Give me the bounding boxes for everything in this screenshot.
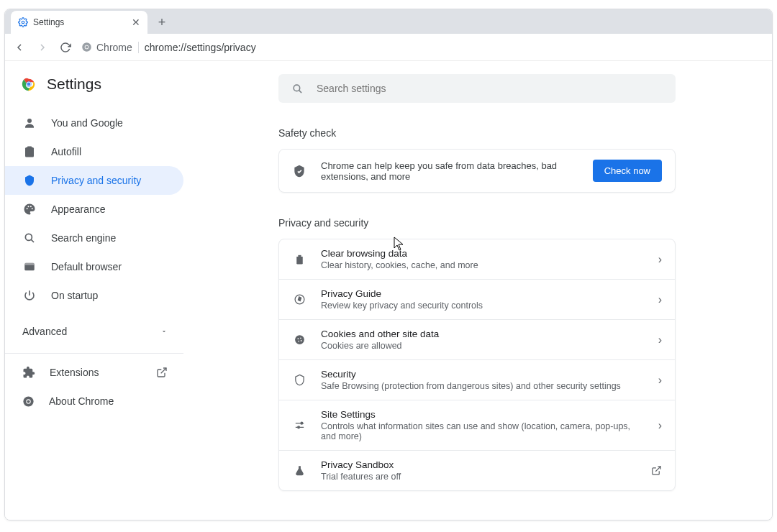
cookie-icon bbox=[292, 334, 306, 346]
chrome-icon bbox=[21, 76, 37, 92]
sidebar-item-you-and-google[interactable]: You and Google bbox=[5, 109, 183, 137]
forward-button[interactable] bbox=[32, 37, 53, 58]
puzzle-icon bbox=[22, 366, 35, 379]
flask-icon bbox=[292, 464, 306, 477]
row-title: Privacy Guide bbox=[321, 288, 644, 299]
sidebar-item-label: Appearance bbox=[51, 203, 106, 215]
reload-button[interactable] bbox=[55, 37, 76, 58]
sidebar-divider bbox=[5, 353, 183, 354]
sidebar-item-on-startup[interactable]: On startup bbox=[5, 281, 183, 310]
advanced-label: Advanced bbox=[22, 326, 67, 337]
svg-point-9 bbox=[27, 208, 28, 209]
svg-point-19 bbox=[294, 85, 300, 91]
chevron-right-icon: › bbox=[658, 334, 662, 347]
row-subtitle: Clear history, cookies, cache, and more bbox=[321, 260, 644, 270]
new-tab-button[interactable]: + bbox=[152, 12, 172, 32]
sidebar-item-label: Privacy and security bbox=[51, 175, 141, 186]
chrome-mono-icon bbox=[22, 395, 35, 408]
tab-close-icon[interactable]: ✕ bbox=[132, 17, 140, 27]
svg-point-11 bbox=[30, 206, 32, 207]
sidebar-item-privacy-security[interactable]: Privacy and security bbox=[5, 166, 183, 195]
sidebar-advanced-toggle[interactable]: Advanced bbox=[5, 314, 183, 349]
sidebar-item-label: Autofill bbox=[51, 146, 81, 157]
power-icon bbox=[22, 289, 37, 302]
row-site-settings[interactable]: Site SettingsControls what information s… bbox=[279, 400, 675, 450]
trash-icon bbox=[292, 253, 306, 265]
svg-point-18 bbox=[27, 400, 29, 403]
page-content: Settings You and Google Autofill Privacy… bbox=[5, 61, 772, 520]
toolbar: Chrome chrome://settings/privacy bbox=[5, 34, 772, 61]
search-icon bbox=[22, 231, 37, 244]
privacy-heading: Privacy and security bbox=[278, 217, 686, 229]
chevron-right-icon: › bbox=[658, 419, 662, 432]
row-title: Site Settings bbox=[321, 409, 644, 420]
sidebar-item-label: Search engine bbox=[51, 232, 116, 244]
clipboard-icon bbox=[22, 145, 37, 158]
svg-point-10 bbox=[28, 206, 29, 207]
svg-point-0 bbox=[22, 21, 24, 24]
browser-window: Settings ✕ + Chrome chrome://settings/pr… bbox=[4, 9, 773, 520]
privacy-card: Clear browsing dataClear history, cookie… bbox=[278, 239, 676, 491]
chevron-right-icon: › bbox=[658, 293, 662, 306]
chevron-right-icon: › bbox=[658, 253, 662, 266]
svg-point-26 bbox=[300, 422, 302, 424]
sidebar: Settings You and Google Autofill Privacy… bbox=[5, 61, 183, 520]
svg-point-12 bbox=[32, 208, 33, 209]
row-clear-browsing-data[interactable]: Clear browsing dataClear history, cookie… bbox=[279, 239, 675, 279]
row-privacy-guide[interactable]: Privacy GuideReview key privacy and secu… bbox=[279, 279, 675, 319]
row-title: Clear browsing data bbox=[321, 248, 644, 259]
sidebar-item-search-engine[interactable]: Search engine bbox=[5, 224, 183, 252]
svg-point-7 bbox=[27, 119, 32, 123]
page-title: Settings bbox=[47, 75, 101, 93]
sidebar-item-about-chrome[interactable]: About Chrome bbox=[5, 387, 183, 416]
palette-icon bbox=[22, 203, 37, 216]
sliders-icon bbox=[292, 419, 306, 431]
row-cookies[interactable]: Cookies and other site dataCookies are a… bbox=[279, 319, 675, 359]
compass-icon bbox=[292, 293, 306, 306]
tab-title: Settings bbox=[33, 17, 64, 27]
chevron-down-icon bbox=[160, 328, 168, 335]
sidebar-item-label: Default browser bbox=[51, 261, 122, 272]
about-label: About Chrome bbox=[49, 395, 114, 407]
main-panel: Safety check Chrome can help keep you sa… bbox=[183, 61, 772, 520]
back-button[interactable] bbox=[9, 37, 29, 58]
shield-icon bbox=[22, 174, 37, 187]
product-label: Chrome bbox=[96, 42, 132, 53]
svg-point-27 bbox=[297, 426, 299, 428]
sidebar-item-label: On startup bbox=[51, 290, 98, 301]
row-subtitle: Controls what information sites can use … bbox=[321, 421, 644, 441]
sidebar-item-extensions[interactable]: Extensions bbox=[5, 358, 183, 387]
svg-point-24 bbox=[298, 341, 299, 342]
svg-point-23 bbox=[300, 338, 301, 339]
sidebar-item-autofill[interactable]: Autofill bbox=[5, 137, 183, 166]
svg-point-13 bbox=[25, 234, 32, 240]
svg-point-3 bbox=[86, 46, 88, 49]
sidebar-item-appearance[interactable]: Appearance bbox=[5, 195, 183, 224]
safety-check-heading: Safety check bbox=[278, 127, 686, 139]
row-subtitle: Cookies are allowed bbox=[321, 341, 644, 351]
tab-strip: Settings ✕ + bbox=[5, 9, 772, 34]
person-icon bbox=[22, 116, 37, 129]
gear-icon bbox=[18, 17, 28, 27]
brand: Settings bbox=[5, 75, 183, 106]
sidebar-menu: You and Google Autofill Privacy and secu… bbox=[5, 109, 183, 310]
open-in-new-icon bbox=[651, 465, 662, 476]
svg-rect-15 bbox=[24, 263, 35, 265]
search-icon bbox=[291, 83, 304, 95]
row-security[interactable]: SecuritySafe Browsing (protection from d… bbox=[279, 359, 675, 400]
row-privacy-sandbox[interactable]: Privacy SandboxTrial features are off bbox=[279, 450, 675, 490]
svg-point-25 bbox=[300, 340, 301, 341]
shield-outline-icon bbox=[292, 374, 306, 386]
row-subtitle: Trial features are off bbox=[321, 472, 637, 482]
chrome-mono-icon bbox=[81, 42, 92, 52]
sidebar-item-default-browser[interactable]: Default browser bbox=[5, 252, 183, 281]
row-title: Cookies and other site data bbox=[321, 329, 644, 339]
address-bar[interactable]: Chrome chrome://settings/privacy bbox=[81, 42, 256, 53]
row-subtitle: Review key privacy and security controls bbox=[321, 301, 644, 311]
search-input[interactable] bbox=[317, 83, 663, 94]
tab-settings[interactable]: Settings ✕ bbox=[11, 11, 147, 34]
check-now-button[interactable]: Check now bbox=[593, 160, 662, 182]
svg-rect-8 bbox=[27, 147, 32, 149]
search-settings[interactable] bbox=[278, 74, 676, 103]
shield-check-icon bbox=[292, 164, 306, 178]
